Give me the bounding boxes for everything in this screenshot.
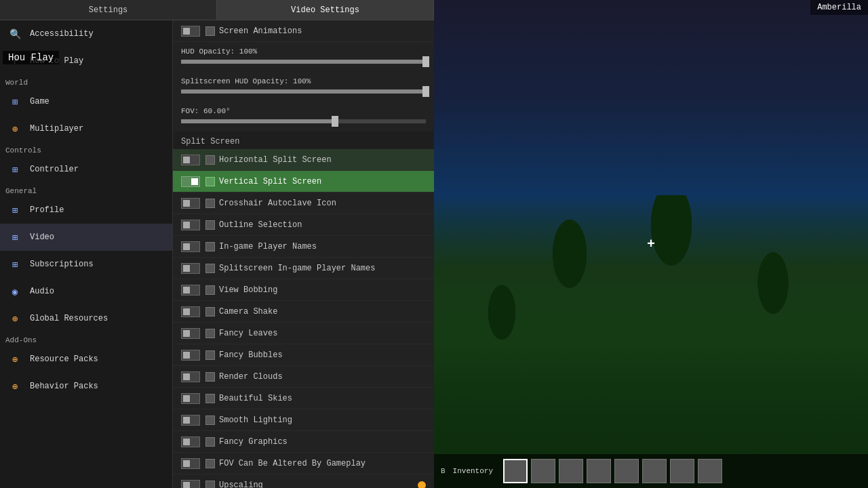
hotbar-slot-6[interactable] [642, 459, 667, 483]
sidebar-item-game[interactable]: ⊞ Game [0, 88, 172, 115]
vertical-split-row[interactable]: Vertical Split Screen [173, 171, 434, 192]
player-name: Hou Flay [3, 51, 59, 64]
upscaling-info [418, 481, 426, 489]
splitscreen-ingame-row: Splitscreen In-game Player Names [173, 258, 434, 279]
ingame-names-square [205, 242, 215, 251]
splitscreen-hud-section: Splitscreen HUD Opacity: 100% [173, 72, 434, 102]
fancy-bubbles-row: Fancy Bubbles [173, 344, 434, 366]
outline-selection-toggle[interactable] [181, 220, 200, 230]
crosshair-toggle[interactable] [181, 198, 200, 209]
sidebar-item-multiplayer[interactable]: ⊕ Multiplayer [0, 115, 172, 142]
hotbar-slot-5[interactable] [614, 459, 639, 483]
fov-track[interactable] [181, 119, 426, 123]
fov-thumb[interactable] [332, 116, 338, 127]
hotbar-slot-7[interactable] [670, 459, 694, 483]
camera-shake-row: Camera Shake [173, 301, 434, 323]
split-screen-header: Split Screen [173, 131, 434, 149]
smooth-lighting-row: Smooth Lighting [173, 409, 434, 431]
crosshair-label: Crosshair Autoclave Icon [219, 199, 426, 208]
sidebar-label-game: Game [30, 97, 50, 106]
camera-shake-label: Camera Shake [219, 307, 426, 317]
section-general: General [0, 183, 172, 197]
hotbar-slot-8[interactable] [698, 459, 722, 483]
section-world: World [0, 75, 172, 88]
header-tabs: Settings Video Settings [0, 0, 434, 20]
sidebar-item-controller[interactable]: ⊞ Controller [0, 156, 172, 183]
camera-shake-toggle[interactable] [181, 306, 200, 317]
render-clouds-row: Render Clouds [173, 366, 434, 388]
fov-gameplay-square [205, 459, 215, 468]
tab-video-settings[interactable]: Video Settings [217, 0, 434, 20]
sidebar-label-accessibility: Accessibility [30, 29, 94, 39]
sidebar-label-global: Global Resources [30, 314, 108, 323]
sidebar-item-behavior-packs[interactable]: ⊕ Behavior Packs [0, 373, 172, 400]
video-icon: ⊞ [7, 229, 23, 245]
fov-label: FOV: 60.00° [181, 104, 426, 117]
sidebar-item-subscriptions[interactable]: ⊞ Subscriptions [0, 251, 172, 278]
fov-gameplay-toggle[interactable] [181, 458, 200, 469]
ingame-names-row: In-game Player Names [173, 236, 434, 258]
view-bobbing-square [205, 285, 215, 295]
fancy-bubbles-toggle[interactable] [181, 350, 200, 361]
sidebar-label-subscriptions: Subscriptions [30, 260, 94, 269]
fancy-bubbles-square [205, 350, 215, 360]
hotbar: B Inventory [434, 454, 868, 488]
horizontal-split-square [205, 155, 215, 165]
game-icon: ⊞ [7, 94, 23, 110]
controller-icon: ⊞ [7, 161, 23, 178]
upscaling-toggle[interactable] [181, 480, 200, 489]
fancy-leaves-toggle[interactable] [181, 328, 200, 339]
tab-settings[interactable]: Settings [0, 0, 217, 20]
splitscreen-hud-track[interactable] [181, 89, 426, 94]
sidebar-item-global-resources[interactable]: ⊕ Global Resources [0, 305, 172, 332]
sidebar-label-multiplayer: Multiplayer [30, 124, 83, 134]
fancy-graphics-label: Fancy Graphics [219, 437, 426, 447]
splitscreen-hud-thumb[interactable] [422, 86, 429, 97]
fancy-graphics-row: Fancy Graphics [173, 431, 434, 453]
hotbar-slot-1[interactable] [503, 459, 528, 483]
sidebar-item-audio[interactable]: ◉ Audio [0, 278, 172, 305]
profile-icon: ⊞ [7, 202, 23, 218]
view-bobbing-toggle[interactable] [181, 285, 200, 296]
fancy-bubbles-label: Fancy Bubbles [219, 350, 426, 360]
view-bobbing-label: View Bobbing [219, 285, 426, 295]
horizontal-split-toggle[interactable] [181, 155, 200, 165]
vertical-split-toggle[interactable] [181, 176, 200, 187]
ingame-names-label: In-game Player Names [219, 242, 426, 251]
upscaling-row: Upscaling [173, 474, 434, 488]
hotbar-slot-2[interactable] [531, 459, 555, 483]
hotbar-slot-4[interactable] [587, 459, 611, 483]
crosshair-row: Crosshair Autoclave Icon [173, 192, 434, 214]
screen-animations-row: Screen Animations [173, 20, 434, 42]
ingame-names-toggle[interactable] [181, 241, 200, 252]
fancy-graphics-toggle[interactable] [181, 436, 200, 447]
sidebar-item-accessibility[interactable]: 🔍 Accessibility [0, 20, 172, 47]
fov-gameplay-label: FOV Can Be Altered By Gameplay [219, 459, 426, 468]
fancy-leaves-row: Fancy Leaves [173, 323, 434, 344]
beautiful-skies-square [205, 394, 215, 403]
hotbar-slot-3[interactable] [559, 459, 583, 483]
subscriptions-icon: ⊞ [7, 256, 23, 272]
splitscreen-ingame-toggle[interactable] [181, 263, 200, 274]
vertical-split-label: Vertical Split Screen [219, 177, 426, 186]
crosshair-square [205, 199, 215, 208]
accessibility-icon: 🔍 [7, 26, 23, 42]
hud-opacity-track[interactable] [181, 60, 426, 64]
inventory-label: Inventory [453, 467, 493, 475]
hud-opacity-label: HUD Opacity: 100% [181, 45, 426, 57]
fancy-graphics-square [205, 437, 215, 447]
sidebar-item-video[interactable]: ⊞ Video [0, 224, 172, 251]
splitscreen-hud-label: Splitscreen HUD Opacity: 100% [181, 75, 426, 87]
sidebar-label-video: Video [30, 232, 54, 242]
smooth-lighting-toggle[interactable] [181, 415, 200, 426]
screen-animations-square [205, 26, 215, 36]
screen-animations-toggle[interactable] [181, 26, 200, 37]
beautiful-skies-toggle[interactable] [181, 393, 200, 404]
fov-fill [181, 119, 335, 123]
horizontal-split-row[interactable]: Horizontal Split Screen [173, 149, 434, 171]
sidebar-item-profile[interactable]: ⊞ Profile [0, 197, 172, 224]
render-clouds-toggle[interactable] [181, 371, 200, 382]
hud-opacity-thumb[interactable] [422, 56, 429, 67]
sidebar-item-resource-packs[interactable]: ⊕ Resource Packs [0, 346, 172, 373]
outline-selection-label: Outline Selection [219, 220, 426, 230]
